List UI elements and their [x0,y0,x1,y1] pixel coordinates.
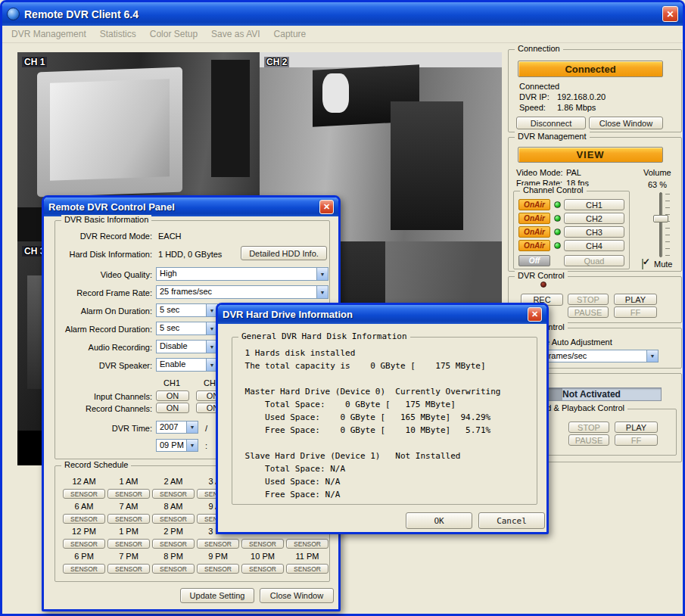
connection-group: Connection Connected Connected DVR IP: 1… [508,49,682,132]
scene-ceiling-shape [260,52,502,67]
menu-item-capture[interactable]: Capture [274,29,307,39]
dvr-hour-select[interactable]: 09 PM ▼ [156,439,198,452]
sensor-button[interactable]: SENSOR [107,564,150,574]
channel-2-led [554,215,561,222]
record-channels-label: Record Channels: [55,404,152,413]
schedule-time-label: 2 AM [152,477,195,486]
sensor-button[interactable]: SENSOR [241,539,284,549]
volume-label: Volume [643,168,671,177]
channel-2-button[interactable]: CH2 [564,213,624,224]
scene-speaker-shape [391,101,463,230]
dvr-year-select[interactable]: 2007 ▼ [156,421,198,434]
onair-button-1[interactable]: OnAir [518,199,550,210]
detailed-hdd-info-button[interactable]: Detailed HDD Info. [241,246,327,260]
view-button[interactable]: VIEW [518,147,663,163]
control-panel-close-icon[interactable]: ✕ [319,200,334,214]
schedule-time-label: 10 PM [241,552,284,561]
schedule-time-label: 6 PM [63,552,105,561]
sensor-button[interactable]: SENSOR [197,539,239,549]
date-separator: / [205,424,207,433]
schedule-time-label: 8 PM [152,552,195,561]
chevron-down-icon[interactable]: ▼ [316,286,328,298]
sensor-button[interactable]: SENSOR [241,564,284,574]
mute-checkbox[interactable]: ✓ [642,259,643,269]
hdd-dialog-close-icon[interactable]: ✕ [528,307,542,322]
onair-button-4[interactable]: OnAir [518,240,550,251]
audio-recording-select[interactable]: Disable ▼ [156,340,218,353]
quad-button[interactable]: Quad [564,255,624,266]
ok-button[interactable]: OK [406,512,472,529]
dvr-year-value: 2007 [157,422,186,433]
connection-status-button[interactable]: Connected [518,61,663,77]
pause-button[interactable]: PAUSE [568,306,609,318]
input-channel-1-toggle[interactable]: ON [156,390,189,401]
sensor-button[interactable]: SENSOR [197,564,239,574]
sensor-button[interactable]: SENSOR [63,489,105,499]
channel-3-button[interactable]: CH3 [564,226,624,238]
playback-pause-button[interactable]: PAUSE [568,434,609,446]
close-window-button[interactable]: Close Window [589,117,663,129]
disconnect-button[interactable]: Disconnect [516,117,586,129]
off-button[interactable]: Off [518,255,550,266]
stop-button[interactable]: STOP [568,294,609,305]
update-setting-button[interactable]: Update Setting [180,588,254,603]
sensor-button[interactable]: SENSOR [107,539,150,549]
control-panel-titlebar[interactable]: Remote DVR Control Panel ✕ [44,198,338,216]
menu-item-dvr-management[interactable]: DVR Management [11,29,86,39]
menu-item-statistics[interactable]: Statistics [100,29,136,39]
onair-button-2[interactable]: OnAir [518,213,550,224]
mute-label: Mute [654,260,672,269]
onair-button-3[interactable]: OnAir [518,226,550,238]
scene-dark-object [211,60,250,177]
alarm-record-value: 5 sec [157,322,206,334]
alarm-record-select[interactable]: 5 sec ▼ [156,322,218,335]
sensor-button[interactable]: SENSOR [286,539,328,549]
chevron-down-icon[interactable]: ▼ [186,440,198,451]
ch1-column-header: CH1 [163,378,180,387]
schedule-time-label: 12 PM [63,527,105,536]
playback-stop-button[interactable]: STOP [568,422,609,433]
record-frame-rate-value: 25 frames/sec [157,286,316,298]
menu-item-color-setup[interactable]: Color Setup [150,29,198,39]
ff-button[interactable]: FF [614,306,657,318]
connection-group-label: Connection [515,44,563,53]
schedule-time-label: 8 AM [152,502,195,511]
scene-monitor-screen [50,79,169,180]
channel-4-led [554,242,561,249]
chevron-down-icon[interactable]: ▼ [316,268,328,280]
play-button[interactable]: PLAY [614,294,657,305]
cancel-button[interactable]: Cancel [478,512,545,529]
record-channel-1-toggle[interactable]: ON [156,403,189,413]
sensor-button[interactable]: SENSOR [63,539,105,549]
alarm-on-value: 5 sec [157,304,206,316]
main-titlebar[interactable]: Remote DVR Client 6.4 ✕ [2,2,683,26]
slider-thumb[interactable] [653,215,668,222]
channel-4-button[interactable]: CH4 [564,240,624,251]
sensor-button[interactable]: SENSOR [107,514,150,524]
scene-monitor-shape [37,67,182,197]
video-quality-select[interactable]: High ▼ [156,267,328,281]
sensor-button[interactable]: SENSOR [63,514,105,524]
record-schedule-group-label: Record Schedule [61,460,131,469]
chevron-down-icon[interactable]: ▼ [186,422,198,433]
sensor-button[interactable]: SENSOR [152,564,195,574]
record-frame-rate-select[interactable]: 25 frames/sec ▼ [156,285,328,299]
sensor-button[interactable]: SENSOR [152,514,195,524]
hdd-general-group-label: General DVR Hard Disk Information [238,331,410,341]
playback-play-button[interactable]: PLAY [615,422,658,433]
chevron-down-icon[interactable]: ▼ [646,350,658,362]
panel-close-window-button[interactable]: Close Window [260,588,334,603]
sensor-button[interactable]: SENSOR [107,489,150,499]
volume-slider[interactable] [651,192,671,257]
sensor-button[interactable]: SENSOR [152,489,195,499]
channel-1-button[interactable]: CH1 [564,199,624,210]
sensor-button[interactable]: SENSOR [152,539,195,549]
hdd-dialog-titlebar[interactable]: DVR Hard Drive Information ✕ [218,305,546,324]
playback-ff-button[interactable]: FF [615,434,658,446]
menu-item-save-as-avi[interactable]: Save as AVI [211,29,260,39]
sensor-button[interactable]: SENSOR [63,564,105,574]
sensor-button[interactable]: SENSOR [286,564,328,574]
alarm-on-select[interactable]: 5 sec ▼ [156,303,218,317]
close-icon[interactable]: ✕ [662,6,678,22]
dvr-speaker-select[interactable]: Enable ▼ [156,358,218,372]
